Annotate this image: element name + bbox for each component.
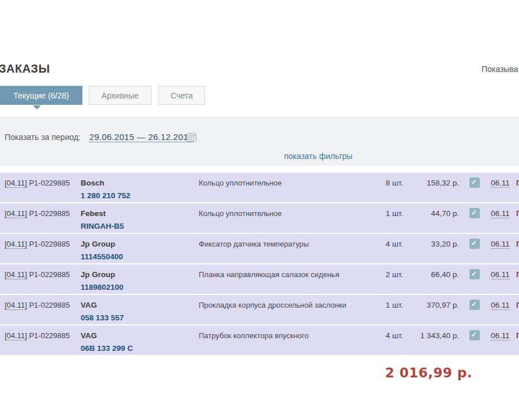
show-filters-link[interactable]: показать фильтры — [284, 152, 353, 161]
quantity: 1 шт. — [357, 209, 403, 218]
order-date-link[interactable]: [04.11] — [5, 270, 27, 279]
order-ref: [04.11] Р1-0229885 — [5, 270, 70, 279]
brand-name: Bosch — [81, 179, 104, 187]
row-checkbox-checked[interactable] — [469, 177, 480, 188]
order-ref: [04.11] Р1-0229885 — [5, 209, 70, 218]
quantity: 4 шт. — [357, 331, 403, 340]
period-range-link[interactable]: 29.06.2015 — 26.12.2015 — [89, 132, 193, 142]
delivery-date-link[interactable]: 06.11 — [491, 270, 510, 279]
order-number: Р1-0229885 — [29, 179, 70, 187]
order-ref: [04.11] Р1-0229885 — [5, 301, 70, 309]
order-number: Р1-0229885 — [29, 301, 70, 309]
brand-name: Febest — [81, 209, 106, 218]
show-per-page-label: Показыва — [482, 65, 519, 74]
part-name: Планка направляющая салазок сиденья — [199, 270, 339, 279]
part-name: Кольцо уплотнительное — [199, 209, 282, 218]
price: 158,32 р. — [403, 179, 459, 187]
part-name: Прокладка корпуса дроссельной заслонки — [199, 301, 346, 309]
filter-panel: Показать за период: 29.06.2015 — 26.12.2… — [0, 117, 519, 166]
clipped-status-text: П — [516, 270, 519, 279]
brand-name: VAG — [81, 301, 97, 309]
quantity: 8 шт. — [357, 179, 403, 187]
tab-archive-label: Архивные — [101, 91, 139, 100]
order-number: Р1-0229885 — [29, 209, 70, 218]
row-checkbox-checked[interactable] — [469, 300, 480, 310]
delivery-date-link[interactable]: 06.11 — [491, 179, 510, 188]
part-number: 1189802100 — [81, 283, 123, 292]
part-name: Фиксатор датчика температуры — [199, 240, 309, 248]
price: 66,40 р. — [403, 270, 459, 279]
clipped-status-text: П — [516, 331, 519, 340]
brand-name: Jp Group — [81, 240, 115, 248]
price: 44,70 р. — [403, 209, 459, 218]
tab-current-orders-label: Текущие (6/28) — [13, 91, 69, 100]
quantity: 2 шт. — [357, 270, 403, 279]
order-ref: [04.11] Р1-0229885 — [5, 179, 70, 187]
table-row: [04.11] Р1-0229885 Bosch 1 280 210 752 К… — [0, 173, 519, 202]
table-row: [04.11] Р1-0229885 VAG 06B 133 299 C Пат… — [0, 326, 519, 355]
calendar-icon[interactable] — [187, 133, 196, 144]
table-row: [04.11] Р1-0229885 Febest RINGAH-B5 Коль… — [0, 203, 519, 233]
orders-table: [04.11] Р1-0229885 Bosch 1 280 210 752 К… — [0, 173, 519, 356]
row-checkbox-checked[interactable] — [469, 269, 480, 279]
part-number: RINGAH-B5 — [81, 222, 124, 230]
delivery-date-link[interactable]: 06.11 — [491, 240, 510, 249]
order-number: Р1-0229885 — [29, 331, 70, 340]
orders-total-amount: 2 016,99 р. — [0, 365, 472, 380]
period-label: Показать за период: — [5, 133, 81, 142]
order-ref: [04.11] Р1-0229885 — [5, 331, 70, 340]
table-row: [04.11] Р1-0229885 Jp Group 1189802100 П… — [0, 264, 519, 294]
tab-invoices-label: Счета — [171, 91, 193, 100]
quantity: 1 шт. — [357, 301, 403, 309]
price: 370,97 р. — [403, 301, 459, 309]
row-checkbox-checked[interactable] — [469, 330, 480, 340]
part-number: 1 280 210 752 — [81, 191, 130, 200]
order-date-link[interactable]: [04.11] — [5, 301, 27, 310]
order-ref: [04.11] Р1-0229885 — [5, 240, 70, 248]
row-checkbox-checked[interactable] — [469, 208, 480, 218]
order-date-link[interactable]: [04.11] — [5, 331, 27, 340]
part-number: 06B 133 299 C — [81, 344, 133, 353]
price: 1 343,40 р. — [403, 331, 459, 340]
clipped-status-text: П — [516, 209, 519, 218]
order-number: Р1-0229885 — [29, 240, 70, 248]
brand-name: VAG — [81, 331, 97, 340]
tab-invoices[interactable]: Счета — [158, 86, 205, 105]
part-name: Кольцо уплотнительное — [199, 179, 282, 187]
clipped-status-text: П — [516, 179, 519, 188]
part-number: 058 133 557 — [81, 313, 124, 322]
tab-current-orders[interactable]: Текущие (6/28) — [0, 86, 82, 105]
part-name: Патрубок коллектора впускного — [199, 331, 309, 340]
order-date-link[interactable]: [04.11] — [5, 179, 27, 188]
order-date-link[interactable]: [04.11] — [5, 240, 27, 249]
order-date-link[interactable]: [04.11] — [5, 209, 27, 218]
quantity: 4 шт. — [357, 240, 403, 248]
active-tab-pointer — [33, 105, 41, 109]
delivery-date-link[interactable]: 06.11 — [491, 301, 510, 310]
tab-archive[interactable]: Архивные — [89, 86, 151, 105]
clipped-status-text: П — [516, 240, 519, 249]
table-row: [04.11] Р1-0229885 Jp Group 1114550400 Ф… — [0, 234, 519, 263]
page-title: ЗАКАЗЫ — [0, 62, 50, 75]
part-number: 1114550400 — [81, 252, 123, 261]
price: 33,20 р. — [403, 240, 459, 248]
row-checkbox-checked[interactable] — [469, 239, 480, 249]
orders-screen: ЗАКАЗЫ Показыва Текущие (6/28) Архивные … — [0, 0, 519, 420]
clipped-status-text: П — [516, 301, 519, 310]
delivery-date-link[interactable]: 06.11 — [491, 209, 510, 218]
table-row: [04.11] Р1-0229885 VAG 058 133 557 Прокл… — [0, 295, 519, 324]
order-number: Р1-0229885 — [29, 270, 70, 279]
brand-name: Jp Group — [81, 270, 115, 279]
delivery-date-link[interactable]: 06.11 — [491, 331, 510, 340]
